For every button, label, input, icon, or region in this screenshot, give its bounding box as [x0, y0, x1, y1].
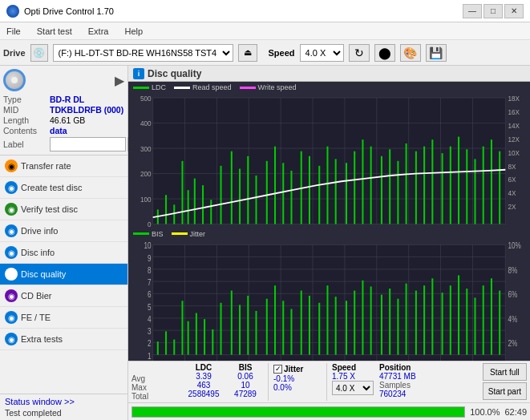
svg-rect-40 — [194, 179, 196, 224]
svg-rect-141 — [282, 301, 284, 354]
svg-rect-137 — [247, 296, 249, 355]
svg-rect-70 — [458, 137, 459, 224]
refresh-button[interactable]: ↻ — [349, 44, 370, 62]
svg-rect-45 — [239, 169, 241, 224]
svg-text:6X: 6X — [508, 176, 516, 184]
save-button[interactable]: 💾 — [426, 44, 447, 62]
speed-select[interactable]: 4.0 X — [300, 44, 344, 62]
svg-rect-64 — [406, 143, 407, 224]
svg-rect-57 — [346, 163, 347, 224]
jitter-checkbox[interactable]: ✓ — [273, 365, 282, 374]
menu-extra[interactable]: Extra — [85, 25, 112, 38]
svg-rect-65 — [415, 151, 417, 224]
ldc-avg: 3.39 — [183, 372, 225, 381]
svg-text:4%: 4% — [508, 315, 517, 324]
svg-text:100: 100 — [140, 195, 152, 204]
app-logo — [6, 5, 19, 18]
write-speed-legend-label: Write speed — [258, 83, 297, 91]
svg-rect-1 — [153, 98, 506, 224]
divider1 — [268, 363, 269, 401]
sidebar-item-disc-quality[interactable]: ◉ Disc quality — [0, 264, 127, 285]
svg-text:8X: 8X — [508, 162, 516, 171]
close-button[interactable]: ✕ — [504, 4, 524, 18]
extra-tests-icon: ◉ — [5, 333, 18, 345]
progress-bar-outer — [131, 406, 465, 418]
transfer-rate-icon: ◉ — [5, 160, 18, 172]
menu-file[interactable]: File — [3, 25, 24, 38]
scan-button[interactable]: ⬤ — [374, 44, 395, 62]
sidebar-item-label: Drive info — [21, 226, 58, 236]
svg-rect-51 — [290, 171, 292, 224]
disc-info-icon: ◉ — [5, 246, 18, 259]
type-value: BD-R DL — [50, 95, 84, 104]
eject-button[interactable]: ⏏ — [238, 44, 257, 62]
label-input[interactable] — [50, 137, 126, 151]
disc-quality-header: i Disc quality — [128, 66, 530, 82]
svg-rect-138 — [255, 311, 257, 355]
drivebar: Drive 💿 (F:) HL-DT-ST BD-RE WH16NS58 TST… — [0, 40, 530, 66]
fe-te-icon: ◉ — [5, 311, 18, 324]
sidebar-item-extra-tests[interactable]: ◉ Extra tests — [0, 329, 127, 350]
type-label: Type — [3, 95, 50, 104]
drive-select[interactable]: (F:) HL-DT-ST BD-RE WH16NS58 TST4 — [53, 44, 233, 62]
speed-select[interactable]: 4.0 X — [332, 381, 374, 395]
svg-rect-149 — [354, 290, 355, 354]
progress-bar-container: 100.0% 62:49 — [128, 402, 530, 420]
create-test-disc-icon: ◉ — [5, 181, 18, 194]
svg-text:16X: 16X — [508, 107, 520, 116]
sidebar: ▶ Type BD-R DL MID TDKBLDRFB (000) Lengt… — [0, 66, 128, 420]
svg-rect-126 — [157, 341, 159, 355]
start-full-button[interactable]: Start full — [483, 363, 527, 381]
svg-text:5: 5 — [148, 303, 152, 312]
svg-rect-166 — [499, 290, 500, 354]
sidebar-item-transfer-rate[interactable]: ◉ Transfer rate — [0, 155, 127, 177]
svg-rect-130 — [188, 321, 189, 354]
svg-rect-164 — [483, 285, 484, 354]
bis-total: 47289 — [228, 390, 263, 398]
maximize-button[interactable]: □ — [483, 4, 503, 18]
sidebar-item-fe-te[interactable]: ◉ FE / TE — [0, 307, 127, 329]
status-window-link[interactable]: Status window >> — [5, 397, 75, 406]
progress-bar-inner — [132, 407, 464, 417]
svg-rect-61 — [381, 156, 382, 224]
bis-avg: 0.06 — [228, 372, 263, 381]
main-area: ▶ Type BD-R DL MID TDKBLDRFB (000) Lengt… — [0, 66, 530, 420]
disc-nav-arrow[interactable]: ▶ — [115, 73, 124, 88]
cd-bier-icon: ◉ — [5, 289, 18, 302]
ldc-header: LDC — [183, 363, 225, 372]
svg-rect-54 — [318, 166, 320, 224]
svg-rect-55 — [326, 147, 328, 224]
menu-start-test[interactable]: Start test — [34, 25, 75, 38]
svg-rect-152 — [381, 294, 382, 354]
svg-text:4: 4 — [148, 315, 152, 324]
svg-rect-147 — [335, 297, 337, 354]
minimize-button[interactable]: — — [463, 4, 482, 18]
svg-rect-67 — [431, 139, 433, 224]
read-speed-legend-line — [174, 87, 190, 89]
sidebar-item-verify-test-disc[interactable]: ◉ Verify test disc — [0, 199, 127, 220]
mid-label: MID — [3, 105, 50, 115]
svg-rect-68 — [442, 153, 443, 224]
svg-rect-163 — [474, 297, 475, 354]
svg-text:200: 200 — [140, 170, 152, 179]
svg-rect-133 — [212, 329, 213, 355]
color-button[interactable]: 🎨 — [400, 44, 421, 62]
start-buttons: Start full Start part — [483, 363, 527, 400]
svg-text:300: 300 — [140, 144, 152, 153]
sidebar-item-drive-info[interactable]: ◉ Drive info — [0, 220, 127, 242]
sidebar-item-disc-info[interactable]: ◉ Disc info — [0, 242, 127, 264]
titlebar: Opti Drive Control 1.70 — □ ✕ — [0, 0, 530, 22]
svg-rect-39 — [188, 190, 189, 224]
start-part-button[interactable]: Start part — [483, 382, 527, 400]
sidebar-item-label: FE / TE — [21, 313, 51, 322]
divider2 — [326, 363, 327, 401]
menu-help[interactable]: Help — [121, 25, 146, 38]
svg-rect-72 — [474, 159, 475, 224]
mid-value: TDKBLDRFB (000) — [50, 105, 123, 115]
top-chart: LDC Read speed Write speed — [128, 82, 530, 228]
disc-icon — [3, 69, 26, 91]
sidebar-item-cd-bier[interactable]: ◉ CD Bier — [0, 285, 127, 307]
sidebar-item-create-test-disc[interactable]: ◉ Create test disc — [0, 177, 127, 199]
titlebar-controls[interactable]: — □ ✕ — [463, 4, 524, 18]
jitter-header: Jitter — [284, 365, 303, 374]
